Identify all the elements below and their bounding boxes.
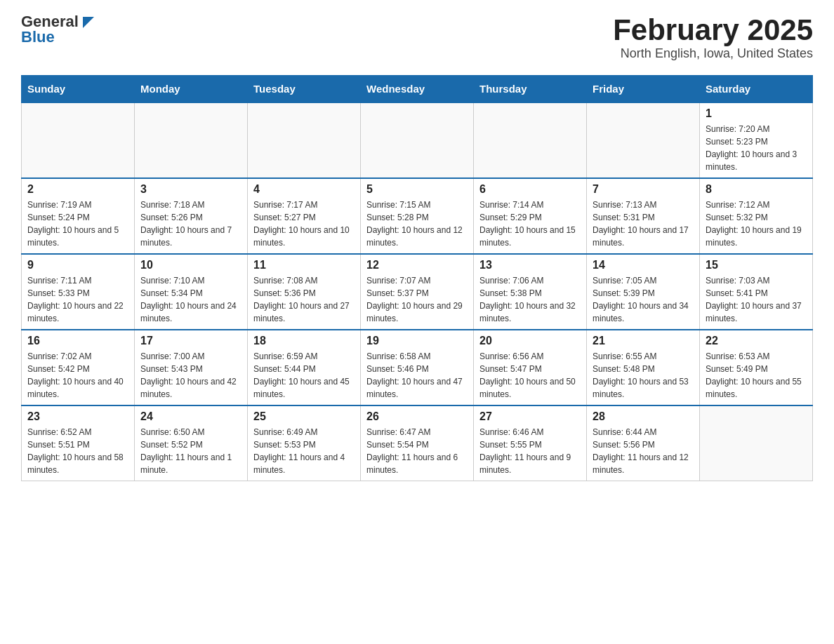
day-number: 16 <box>27 335 128 347</box>
day-number: 19 <box>366 335 468 347</box>
calendar-cell: 27Sunrise: 6:46 AM Sunset: 5:55 PM Dayli… <box>474 405 587 481</box>
day-info: Sunrise: 6:55 AM Sunset: 5:48 PM Dayligh… <box>593 350 694 401</box>
calendar-location: North English, Iowa, United States <box>613 46 813 61</box>
day-number: 5 <box>366 183 468 196</box>
day-number: 28 <box>593 410 694 423</box>
weekday-header-thursday: Thursday <box>474 76 587 103</box>
weekday-header-wednesday: Wednesday <box>361 76 474 103</box>
svg-marker-0 <box>83 17 94 28</box>
day-number: 21 <box>593 335 694 347</box>
day-info: Sunrise: 6:44 AM Sunset: 5:56 PM Dayligh… <box>593 426 694 476</box>
calendar-cell <box>700 405 813 481</box>
day-number: 6 <box>479 183 581 196</box>
calendar-week-row: 9Sunrise: 7:11 AM Sunset: 5:33 PM Daylig… <box>22 254 813 330</box>
logo-arrow-icon <box>83 17 94 28</box>
page-header: General Blue February 2025 North English… <box>21 14 813 61</box>
calendar-cell <box>248 102 361 178</box>
weekday-header-tuesday: Tuesday <box>248 76 361 103</box>
day-info: Sunrise: 7:13 AM Sunset: 5:31 PM Dayligh… <box>593 199 694 249</box>
calendar-cell: 20Sunrise: 6:56 AM Sunset: 5:47 PM Dayli… <box>474 330 587 405</box>
calendar-week-row: 1Sunrise: 7:20 AM Sunset: 5:23 PM Daylig… <box>22 102 813 178</box>
day-info: Sunrise: 7:02 AM Sunset: 5:42 PM Dayligh… <box>27 350 128 401</box>
day-number: 15 <box>706 259 807 271</box>
calendar-cell: 24Sunrise: 6:50 AM Sunset: 5:52 PM Dayli… <box>135 405 248 481</box>
day-info: Sunrise: 7:19 AM Sunset: 5:24 PM Dayligh… <box>27 199 128 249</box>
calendar-cell: 7Sunrise: 7:13 AM Sunset: 5:31 PM Daylig… <box>587 178 700 254</box>
calendar-cell: 8Sunrise: 7:12 AM Sunset: 5:32 PM Daylig… <box>700 178 813 254</box>
calendar-cell <box>135 102 248 178</box>
day-number: 13 <box>479 259 581 271</box>
day-number: 8 <box>706 183 807 196</box>
calendar-week-row: 23Sunrise: 6:52 AM Sunset: 5:51 PM Dayli… <box>22 405 813 481</box>
calendar-cell <box>361 102 474 178</box>
day-info: Sunrise: 7:20 AM Sunset: 5:23 PM Dayligh… <box>706 123 807 173</box>
calendar-cell: 19Sunrise: 6:58 AM Sunset: 5:46 PM Dayli… <box>361 330 474 405</box>
day-info: Sunrise: 7:10 AM Sunset: 5:34 PM Dayligh… <box>140 274 241 325</box>
day-number: 22 <box>706 335 807 347</box>
day-info: Sunrise: 6:49 AM Sunset: 5:53 PM Dayligh… <box>253 426 355 476</box>
title-block: February 2025 North English, Iowa, Unite… <box>613 14 813 61</box>
day-info: Sunrise: 7:08 AM Sunset: 5:36 PM Dayligh… <box>253 274 355 325</box>
day-number: 18 <box>253 335 355 347</box>
calendar-week-row: 2Sunrise: 7:19 AM Sunset: 5:24 PM Daylig… <box>22 178 813 254</box>
day-info: Sunrise: 7:03 AM Sunset: 5:41 PM Dayligh… <box>706 274 807 325</box>
calendar-cell: 26Sunrise: 6:47 AM Sunset: 5:54 PM Dayli… <box>361 405 474 481</box>
day-info: Sunrise: 6:50 AM Sunset: 5:52 PM Dayligh… <box>140 426 241 476</box>
weekday-header-saturday: Saturday <box>700 76 813 103</box>
day-number: 2 <box>27 183 128 196</box>
day-info: Sunrise: 6:59 AM Sunset: 5:44 PM Dayligh… <box>253 350 355 401</box>
calendar-cell <box>22 102 135 178</box>
day-info: Sunrise: 7:18 AM Sunset: 5:26 PM Dayligh… <box>140 199 241 249</box>
calendar-cell: 5Sunrise: 7:15 AM Sunset: 5:28 PM Daylig… <box>361 178 474 254</box>
day-number: 24 <box>140 410 241 423</box>
day-number: 11 <box>253 259 355 271</box>
calendar-cell: 17Sunrise: 7:00 AM Sunset: 5:43 PM Dayli… <box>135 330 248 405</box>
day-info: Sunrise: 7:12 AM Sunset: 5:32 PM Dayligh… <box>706 199 807 249</box>
day-info: Sunrise: 7:15 AM Sunset: 5:28 PM Dayligh… <box>366 199 468 249</box>
day-info: Sunrise: 7:07 AM Sunset: 5:37 PM Dayligh… <box>366 274 468 325</box>
calendar-cell: 21Sunrise: 6:55 AM Sunset: 5:48 PM Dayli… <box>587 330 700 405</box>
day-info: Sunrise: 6:52 AM Sunset: 5:51 PM Dayligh… <box>27 426 128 476</box>
calendar-cell: 12Sunrise: 7:07 AM Sunset: 5:37 PM Dayli… <box>361 254 474 330</box>
day-number: 7 <box>593 183 694 196</box>
calendar-cell: 25Sunrise: 6:49 AM Sunset: 5:53 PM Dayli… <box>248 405 361 481</box>
calendar-cell <box>587 102 700 178</box>
day-info: Sunrise: 7:11 AM Sunset: 5:33 PM Dayligh… <box>27 274 128 325</box>
day-number: 14 <box>593 259 694 271</box>
day-number: 17 <box>140 335 241 347</box>
day-info: Sunrise: 7:17 AM Sunset: 5:27 PM Dayligh… <box>253 199 355 249</box>
weekday-header-row: SundayMondayTuesdayWednesdayThursdayFrid… <box>22 76 813 103</box>
day-number: 1 <box>706 107 807 120</box>
calendar-cell: 28Sunrise: 6:44 AM Sunset: 5:56 PM Dayli… <box>587 405 700 481</box>
calendar-cell: 10Sunrise: 7:10 AM Sunset: 5:34 PM Dayli… <box>135 254 248 330</box>
day-number: 25 <box>253 410 355 423</box>
calendar-cell: 4Sunrise: 7:17 AM Sunset: 5:27 PM Daylig… <box>248 178 361 254</box>
day-info: Sunrise: 7:00 AM Sunset: 5:43 PM Dayligh… <box>140 350 241 401</box>
day-number: 4 <box>253 183 355 196</box>
weekday-header-friday: Friday <box>587 76 700 103</box>
calendar-week-row: 16Sunrise: 7:02 AM Sunset: 5:42 PM Dayli… <box>22 330 813 405</box>
day-info: Sunrise: 6:46 AM Sunset: 5:55 PM Dayligh… <box>479 426 581 476</box>
calendar-cell: 18Sunrise: 6:59 AM Sunset: 5:44 PM Dayli… <box>248 330 361 405</box>
calendar-cell: 16Sunrise: 7:02 AM Sunset: 5:42 PM Dayli… <box>22 330 135 405</box>
day-info: Sunrise: 6:53 AM Sunset: 5:49 PM Dayligh… <box>706 350 807 401</box>
calendar-cell: 3Sunrise: 7:18 AM Sunset: 5:26 PM Daylig… <box>135 178 248 254</box>
calendar-cell: 2Sunrise: 7:19 AM Sunset: 5:24 PM Daylig… <box>22 178 135 254</box>
logo-blue-text: Blue <box>21 29 55 45</box>
day-number: 12 <box>366 259 468 271</box>
day-info: Sunrise: 6:47 AM Sunset: 5:54 PM Dayligh… <box>366 426 468 476</box>
calendar-cell: 6Sunrise: 7:14 AM Sunset: 5:29 PM Daylig… <box>474 178 587 254</box>
calendar-cell: 11Sunrise: 7:08 AM Sunset: 5:36 PM Dayli… <box>248 254 361 330</box>
calendar-title: February 2025 <box>613 14 813 46</box>
weekday-header-sunday: Sunday <box>22 76 135 103</box>
calendar-body: 1Sunrise: 7:20 AM Sunset: 5:23 PM Daylig… <box>22 102 813 481</box>
day-number: 27 <box>479 410 581 423</box>
calendar-table: SundayMondayTuesdayWednesdayThursdayFrid… <box>21 75 813 481</box>
logo-general-row: General <box>21 14 94 29</box>
calendar-cell: 1Sunrise: 7:20 AM Sunset: 5:23 PM Daylig… <box>700 102 813 178</box>
day-info: Sunrise: 6:56 AM Sunset: 5:47 PM Dayligh… <box>479 350 581 401</box>
logo: General Blue <box>21 14 94 45</box>
day-info: Sunrise: 7:06 AM Sunset: 5:38 PM Dayligh… <box>479 274 581 325</box>
calendar-cell: 14Sunrise: 7:05 AM Sunset: 5:39 PM Dayli… <box>587 254 700 330</box>
day-info: Sunrise: 6:58 AM Sunset: 5:46 PM Dayligh… <box>366 350 468 401</box>
